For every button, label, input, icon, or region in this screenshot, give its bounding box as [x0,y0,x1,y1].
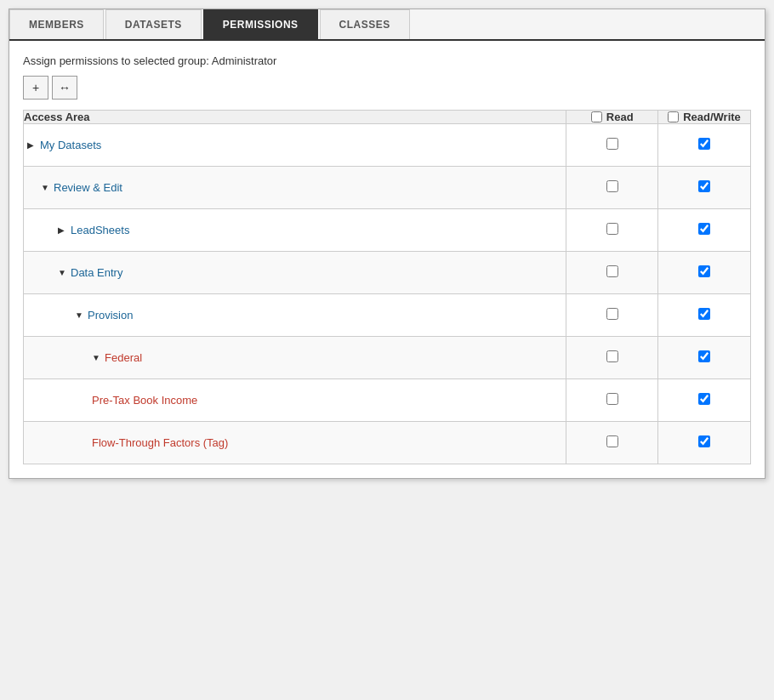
read-checkbox[interactable] [606,435,618,447]
expand-all-button[interactable]: + [23,76,48,100]
read-checkbox[interactable] [606,350,618,362]
read-checkbox[interactable] [606,393,618,405]
tree-item-label: Review & Edit [54,181,122,194]
tree-item-label: Provision [88,309,133,322]
tree-item-label: Flow-Through Factors (Tag) [92,436,228,449]
tab-members[interactable]: MEMBERS [9,9,104,39]
tree-item-label: My Datasets [40,139,101,151]
tree-item-label: Pre-Tax Book Income [92,394,197,407]
tree-item: Flow-Through Factors (Tag) [24,436,566,449]
tab-classes[interactable]: CLASSES [320,9,410,39]
readwrite-checkbox[interactable] [698,138,710,150]
tree-item: ▼Provision [24,309,566,322]
read-checkbox[interactable] [606,308,618,320]
col-header-readwrite: Read/Write [657,111,750,124]
toggle-button[interactable]: ↔ [52,76,77,100]
tree-item: ▼Data Entry [24,266,566,279]
readwrite-checkbox[interactable] [698,265,710,277]
table-row: ▼Review & Edit [24,167,751,209]
readwrite-checkbox[interactable] [698,308,710,320]
readwrite-checkbox[interactable] [698,180,710,192]
tree-item: ▶LeadSheets [24,224,566,236]
readwrite-checkbox[interactable] [698,350,710,362]
tree-item: ▶My Datasets [24,139,566,151]
tree-item-label: Federal [105,351,142,364]
col-header-access: Access Area [24,111,566,124]
read-all-checkbox[interactable] [591,111,602,122]
table-header-row: Access Area Read Read/Write [24,111,751,124]
read-checkbox[interactable] [606,138,618,150]
tree-item: Pre-Tax Book Income [24,394,566,407]
tab-permissions[interactable]: PERMISSIONS [203,9,318,39]
table-row: Flow-Through Factors (Tag) [24,422,751,464]
table-row: ▼Federal [24,337,751,379]
readwrite-checkbox[interactable] [698,223,710,235]
expand-arrow-icon[interactable]: ▶ [58,225,66,235]
table-row: ▼Data Entry [24,252,751,294]
expand-arrow-icon[interactable]: ▶ [27,140,36,150]
permissions-table: Access Area Read Read/Write [23,110,751,464]
readwrite-all-checkbox[interactable] [668,111,679,122]
read-checkbox[interactable] [606,265,618,277]
tree-item: ▼Review & Edit [24,181,566,194]
expand-arrow-icon[interactable]: ▼ [41,183,49,192]
tree-item-label: Data Entry [71,266,122,279]
read-checkbox[interactable] [606,180,618,192]
expand-arrow-icon[interactable]: ▼ [92,353,100,362]
tree-item-label: LeadSheets [71,224,129,236]
table-row: Pre-Tax Book Income [24,379,751,422]
toolbar: + ↔ [23,76,751,100]
expand-arrow-icon[interactable]: ▼ [58,268,66,277]
tab-bar: MEMBERS DATASETS PERMISSIONS CLASSES [9,9,765,41]
read-checkbox[interactable] [606,223,618,235]
readwrite-checkbox[interactable] [698,435,710,447]
tree-item: ▼Federal [24,351,566,364]
tab-datasets[interactable]: DATASETS [105,9,202,39]
main-window: MEMBERS DATASETS PERMISSIONS CLASSES Ass… [9,9,765,479]
readwrite-checkbox[interactable] [698,393,710,405]
content-area: Assign permissions to selected group: Ad… [9,41,765,478]
table-row: ▶My Datasets [24,124,751,167]
table-row: ▶LeadSheets [24,209,751,252]
expand-arrow-icon[interactable]: ▼ [75,310,83,320]
col-header-read: Read [566,111,658,124]
assign-text: Assign permissions to selected group: Ad… [23,54,751,67]
table-row: ▼Provision [24,294,751,337]
